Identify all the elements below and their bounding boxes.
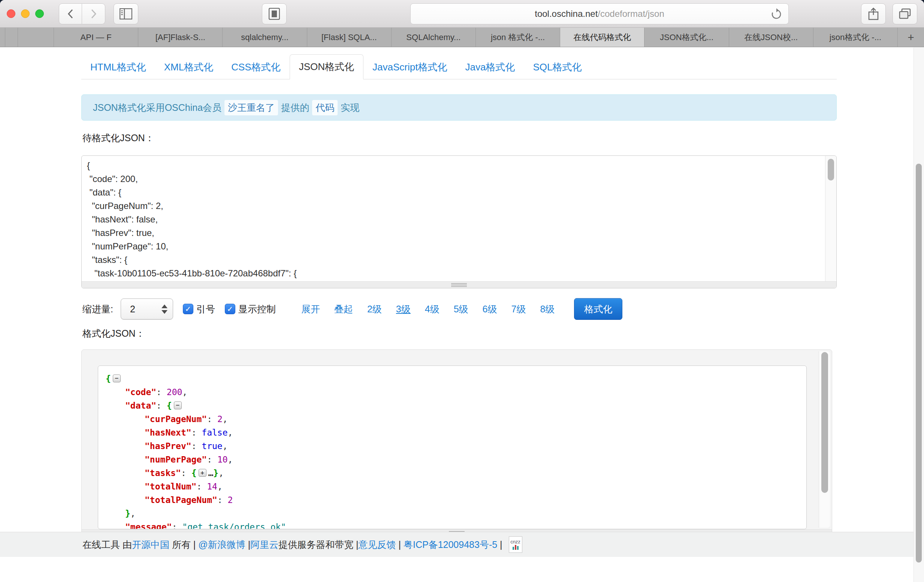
collapse-level-links: 展开叠起2级3级4级5级6级7级8级: [287, 303, 554, 315]
expand-toggle-icon[interactable]: +: [199, 469, 206, 477]
display-control-checkbox[interactable]: ✓: [225, 304, 235, 314]
output-scrollbar-track[interactable]: [819, 351, 830, 528]
forward-chevron-icon: [89, 8, 98, 20]
json-input-text[interactable]: { "code": 200, "data": { "curPageNum": 2…: [82, 156, 825, 281]
indent-label: 缩进量:: [82, 303, 113, 315]
footer-text: 所有 |: [169, 539, 198, 551]
format-controls: 缩进量: 2 ✓ 引号 ✓ 显示控制 展开叠起2级3级4级5级6级7级8级 格式…: [82, 297, 622, 321]
format-tab[interactable]: HTML格式化: [81, 55, 155, 79]
page-scrollbar-thumb[interactable]: [916, 164, 922, 562]
footer-text: |: [396, 539, 404, 550]
tab-sliver[interactable]: [18, 28, 54, 47]
level-link[interactable]: 8级: [540, 303, 554, 315]
format-button[interactable]: 格式化: [574, 298, 622, 320]
json-token-brace: {: [191, 468, 197, 478]
json-input-area[interactable]: { "code": 200, "data": { "curPageNum": 2…: [81, 155, 837, 289]
format-tab[interactable]: Java格式化: [456, 55, 524, 79]
notice-suffix: 实现: [341, 102, 359, 114]
safari-window: tool.oschina.net/codeformat/json: [0, 0, 924, 582]
browser-tab[interactable]: JSON格式化...: [645, 28, 729, 47]
zoom-window-button[interactable]: [35, 9, 44, 18]
browser-tabs: API — F[AF]Flask-S...sqlalchemy...[Flask…: [54, 28, 898, 47]
level-link[interactable]: 2级: [367, 303, 382, 315]
icp-link[interactable]: 粤ICP备12009483号-5: [404, 539, 497, 551]
feedback-link[interactable]: 意见反馈: [358, 539, 396, 551]
quotes-checkbox[interactable]: ✓: [183, 304, 193, 314]
json-token-punct: ,: [182, 387, 187, 397]
format-tab[interactable]: XML格式化: [155, 55, 222, 79]
json-token-brace: {: [167, 401, 172, 411]
close-window-button[interactable]: [7, 9, 15, 18]
browser-tab[interactable]: 在线代码格式化: [560, 28, 645, 47]
url-host: tool.oschina.net: [535, 8, 597, 19]
new-tab-button[interactable]: +: [898, 28, 924, 47]
tab-sliver[interactable]: [5, 28, 18, 47]
footer-text: 提供服务器和带宽 |: [279, 539, 358, 551]
json-token-key: "message": [125, 522, 172, 529]
json-token-punct: ,: [218, 468, 224, 478]
json-token-punct: :: [207, 455, 217, 464]
level-link[interactable]: 7级: [511, 303, 526, 315]
level-link[interactable]: 6级: [483, 303, 497, 315]
author-link[interactable]: 沙王重名了: [224, 100, 278, 115]
browser-tab[interactable]: sqlalchemy...: [223, 28, 307, 47]
json-token-key: "code": [125, 387, 156, 397]
browser-tab[interactable]: [AF]Flask-S...: [138, 28, 223, 47]
minimize-window-button[interactable]: [21, 9, 30, 18]
code-line: "message": "get task/orders ok": [106, 520, 806, 529]
browser-tab[interactable]: json格式化 -...: [813, 28, 898, 47]
indent-select[interactable]: 2: [120, 298, 173, 320]
resize-grip-icon[interactable]: [451, 283, 467, 288]
format-tab[interactable]: CSS格式化: [222, 55, 289, 79]
code-link[interactable]: 代码: [312, 100, 338, 115]
browser-tab[interactable]: 在线JSON校...: [729, 28, 813, 47]
format-tab[interactable]: JavaScript格式化: [363, 55, 456, 79]
code-line: },: [106, 507, 806, 520]
json-token-punct: :: [156, 387, 167, 397]
browser-tab[interactable]: API — F: [54, 28, 138, 47]
json-token-punct: ,: [228, 455, 233, 464]
browser-tab[interactable]: json 格式化 -...: [476, 28, 560, 47]
collapse-toggle-icon[interactable]: −: [174, 401, 182, 409]
json-token-punct: ,: [223, 441, 228, 451]
json-token-num: 200: [167, 387, 183, 397]
level-link[interactable]: 展开: [301, 303, 320, 315]
browser-tab[interactable]: SQLAlchemy...: [391, 28, 476, 47]
json-token-key: "hasPrev": [145, 441, 191, 451]
format-tab[interactable]: SQL格式化: [524, 55, 591, 79]
top-sites-button[interactable]: [262, 3, 287, 24]
level-link[interactable]: 4级: [425, 303, 439, 315]
browser-tab[interactable]: [Flask] SQLA...: [307, 28, 391, 47]
code-line: "totalPageNum": 2: [106, 493, 806, 507]
back-button[interactable]: [59, 3, 82, 24]
level-link[interactable]: 3级: [396, 303, 411, 315]
json-token-num: 14: [207, 481, 217, 491]
code-line: "totalNum": 14,: [106, 480, 806, 493]
level-link[interactable]: 5级: [454, 303, 469, 315]
page-scrollbar-track[interactable]: [914, 48, 924, 582]
output-scrollbar-thumb[interactable]: [821, 352, 828, 493]
tab-sliver[interactable]: [0, 28, 5, 47]
code-line: "hasNext": false,: [106, 426, 806, 439]
show-all-tabs-button[interactable]: [893, 3, 917, 24]
json-token-key: "data": [125, 401, 156, 411]
url-path: /codeformat/json: [597, 8, 664, 19]
aliyun-link[interactable]: 阿里云: [250, 539, 279, 551]
share-button[interactable]: [861, 3, 886, 24]
level-link[interactable]: 叠起: [334, 303, 353, 315]
input-scrollbar-thumb[interactable]: [828, 159, 834, 181]
address-bar[interactable]: tool.oschina.net/codeformat/json: [410, 3, 789, 24]
cnzz-badge-icon[interactable]: cnzz: [509, 536, 522, 553]
format-tabs: HTML格式化XML格式化CSS格式化JSON格式化JavaScript格式化J…: [81, 56, 837, 79]
format-tab[interactable]: JSON格式化: [290, 54, 363, 79]
input-scrollbar-track[interactable]: [825, 156, 837, 281]
webpage-content: HTML格式化XML格式化CSS格式化JSON格式化JavaScript格式化J…: [0, 47, 924, 557]
notice-middle: 提供的: [281, 102, 309, 114]
formatted-json-code[interactable]: {−"code": 200,"data": {−"curPageNum": 2,…: [98, 366, 807, 529]
sidebar-button[interactable]: [114, 3, 138, 24]
oschina-link[interactable]: 开源中国: [132, 539, 169, 551]
reload-icon[interactable]: [771, 8, 782, 20]
collapse-toggle-icon[interactable]: −: [113, 374, 120, 383]
weibo-link[interactable]: @新浪微博: [198, 539, 245, 551]
forward-button[interactable]: [82, 3, 105, 24]
